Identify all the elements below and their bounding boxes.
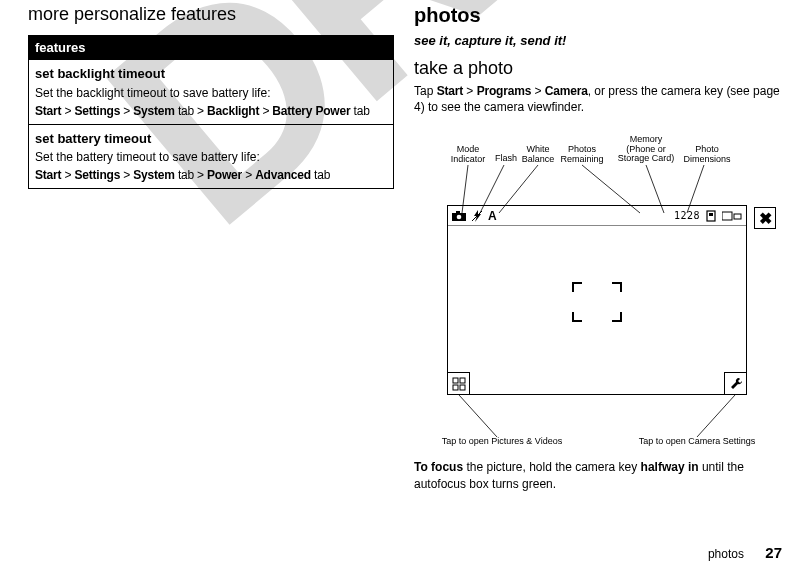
path-sep: >: [61, 168, 74, 182]
label-open-settings: Tap to open Camera Settings: [627, 437, 767, 446]
right-column: photos see it, capture it, send it! take…: [404, 4, 790, 561]
text: To focus: [414, 460, 463, 474]
row-title: set battery timeout: [35, 129, 387, 149]
svg-rect-16: [734, 214, 741, 219]
open-pictures-button[interactable]: [448, 372, 470, 394]
path-part: Start: [35, 168, 61, 182]
svg-rect-15: [722, 212, 732, 220]
text: Camera: [545, 84, 588, 98]
svg-rect-20: [460, 385, 465, 390]
features-header: features: [29, 36, 394, 60]
svg-rect-9: [456, 211, 460, 214]
path-part: System: [133, 104, 175, 118]
text: Tap: [414, 84, 437, 98]
intro-paragraph: Tap Start > Programs > Camera, or press …: [414, 83, 780, 115]
path-sep: >: [120, 168, 133, 182]
close-button[interactable]: ✖: [754, 207, 776, 229]
path-sep: >: [120, 104, 133, 118]
path-part: Backlight: [207, 104, 259, 118]
svg-rect-19: [453, 385, 458, 390]
path-sep: tab: [311, 168, 330, 182]
svg-rect-17: [453, 378, 458, 383]
text: >: [531, 84, 545, 98]
path-sep: >: [259, 104, 272, 118]
dimensions-icon: [722, 211, 742, 221]
camera-viewfinder: A 1228: [447, 205, 747, 395]
svg-line-6: [459, 395, 497, 437]
path-sep: >: [242, 168, 255, 182]
path-part: Settings: [74, 104, 120, 118]
row-title: set backlight timeout: [35, 64, 387, 84]
text: Start: [437, 84, 463, 98]
subtitle: take a photo: [414, 58, 780, 79]
label-dims: PhotoDimensions: [682, 145, 732, 164]
path-part: Start: [35, 104, 61, 118]
label-mode: ModeIndicator: [448, 145, 488, 164]
focus-paragraph: To focus the picture, hold the camera ke…: [414, 459, 780, 491]
svg-line-7: [697, 395, 735, 437]
row-path: Start > Settings > System tab > Backligh…: [35, 102, 387, 120]
left-heading: more personalize features: [28, 4, 394, 25]
viewfinder-diagram: ModeIndicator Flash WhiteBalance PhotosR…: [432, 125, 762, 455]
label-wb: WhiteBalance: [520, 145, 556, 164]
wb-indicator: A: [488, 209, 497, 223]
row-path: Start > Settings > System tab > Power > …: [35, 166, 387, 184]
path-part: Power: [207, 168, 242, 182]
autofocus-box: [572, 282, 622, 322]
path-sep: tab >: [175, 168, 207, 182]
svg-rect-14: [709, 213, 713, 216]
photos-heading: photos: [414, 4, 780, 27]
label-memory: Memory(Phone orStorage Card): [616, 135, 676, 163]
svg-rect-18: [460, 378, 465, 383]
path-part: Battery Power: [272, 104, 350, 118]
text: halfway in: [641, 460, 699, 474]
features-table: features set backlight timeout Set the b…: [28, 35, 394, 189]
path-sep: tab: [350, 104, 369, 118]
status-bar: A 1228: [448, 206, 746, 226]
wrench-icon: [729, 377, 743, 391]
grid-icon: [452, 377, 466, 391]
left-column: more personalize features features set b…: [18, 4, 404, 561]
label-open-pictures: Tap to open Pictures & Videos: [432, 437, 572, 446]
row-desc: Set the battery timeout to save battery …: [35, 148, 387, 166]
path-part: Advanced: [255, 168, 311, 182]
text: Programs: [477, 84, 531, 98]
memory-icon: [706, 210, 716, 222]
path-part: System: [133, 168, 175, 182]
path-sep: >: [61, 104, 74, 118]
path-part: Settings: [74, 168, 120, 182]
table-row: set backlight timeout Set the backlight …: [29, 60, 394, 125]
photos-remaining-value: 1228: [674, 210, 700, 221]
table-row: set battery timeout Set the battery time…: [29, 124, 394, 189]
camera-icon: [452, 211, 466, 221]
row-desc: Set the backlight timeout to save batter…: [35, 84, 387, 102]
label-flash: Flash: [492, 154, 520, 163]
flash-icon: [472, 210, 482, 222]
tagline: see it, capture it, send it!: [414, 33, 780, 48]
svg-point-10: [457, 215, 462, 220]
text: the picture, hold the camera key: [463, 460, 640, 474]
path-sep: tab >: [175, 104, 207, 118]
text: >: [463, 84, 477, 98]
open-settings-button[interactable]: [724, 372, 746, 394]
close-icon: ✖: [759, 209, 772, 228]
label-remaining: PhotosRemaining: [558, 145, 606, 164]
